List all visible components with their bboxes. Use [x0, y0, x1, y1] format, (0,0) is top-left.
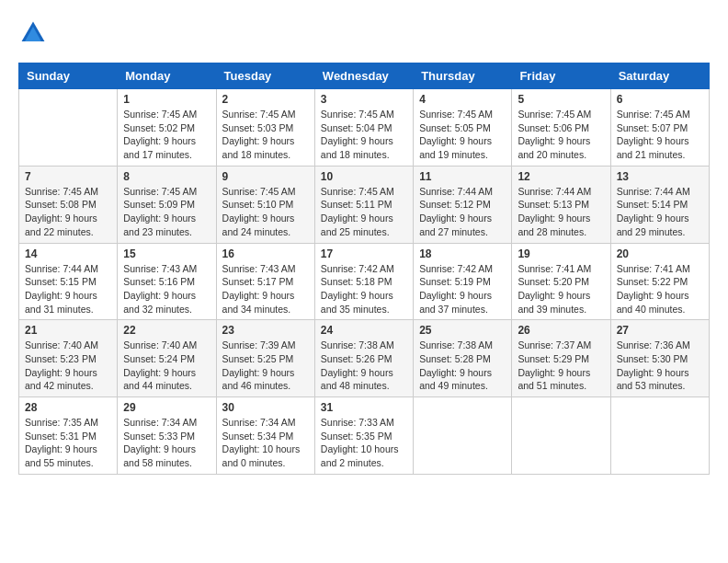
calendar-cell: 15 Sunrise: 7:43 AMSunset: 5:16 PMDaylig… [118, 243, 216, 320]
day-number: 22 [123, 324, 210, 337]
day-info: Sunrise: 7:42 AMSunset: 5:18 PMDaylight:… [321, 262, 407, 316]
day-number: 3 [321, 93, 407, 106]
calendar-cell: 4 Sunrise: 7:45 AMSunset: 5:05 PMDayligh… [414, 89, 512, 167]
day-info: Sunrise: 7:38 AMSunset: 5:28 PMDaylight:… [419, 339, 506, 393]
calendar-cell: 5 Sunrise: 7:45 AMSunset: 5:06 PMDayligh… [512, 89, 610, 167]
calendar-cell: 30 Sunrise: 7:34 AMSunset: 5:34 PMDaylig… [216, 397, 314, 475]
day-info: Sunrise: 7:45 AMSunset: 5:05 PMDaylight:… [419, 108, 506, 162]
day-number: 26 [518, 324, 604, 337]
calendar-cell: 13 Sunrise: 7:44 AMSunset: 5:14 PMDaylig… [610, 166, 709, 243]
weekday-header: Saturday [610, 63, 709, 89]
day-info: Sunrise: 7:41 AMSunset: 5:20 PMDaylight:… [518, 262, 604, 316]
day-number: 30 [222, 401, 309, 414]
calendar-cell: 1 Sunrise: 7:45 AMSunset: 5:02 PMDayligh… [118, 89, 216, 167]
calendar-cell: 25 Sunrise: 7:38 AMSunset: 5:28 PMDaylig… [414, 320, 512, 397]
calendar-cell: 18 Sunrise: 7:42 AMSunset: 5:19 PMDaylig… [414, 243, 512, 320]
day-number: 28 [25, 401, 111, 414]
day-info: Sunrise: 7:41 AMSunset: 5:22 PMDaylight:… [617, 262, 703, 316]
day-info: Sunrise: 7:38 AMSunset: 5:26 PMDaylight:… [321, 339, 407, 393]
day-info: Sunrise: 7:45 AMSunset: 5:09 PMDaylight:… [123, 185, 210, 239]
calendar-cell [19, 89, 118, 167]
day-info: Sunrise: 7:37 AMSunset: 5:29 PMDaylight:… [518, 339, 604, 393]
day-info: Sunrise: 7:45 AMSunset: 5:03 PMDaylight:… [222, 108, 309, 162]
weekday-header: Friday [512, 63, 610, 89]
day-info: Sunrise: 7:45 AMSunset: 5:11 PMDaylight:… [321, 185, 407, 239]
day-info: Sunrise: 7:45 AMSunset: 5:08 PMDaylight:… [25, 185, 111, 239]
calendar-cell: 24 Sunrise: 7:38 AMSunset: 5:26 PMDaylig… [314, 320, 413, 397]
weekday-header: Tuesday [216, 63, 314, 89]
calendar-cell: 22 Sunrise: 7:40 AMSunset: 5:24 PMDaylig… [118, 320, 216, 397]
day-number: 17 [321, 247, 407, 260]
day-number: 14 [25, 247, 111, 260]
day-info: Sunrise: 7:34 AMSunset: 5:34 PMDaylight:… [222, 416, 309, 470]
logo-icon [18, 18, 48, 48]
calendar-cell [512, 397, 610, 475]
day-info: Sunrise: 7:44 AMSunset: 5:14 PMDaylight:… [617, 185, 703, 239]
day-number: 18 [419, 247, 506, 260]
calendar-cell: 14 Sunrise: 7:44 AMSunset: 5:15 PMDaylig… [19, 243, 118, 320]
calendar-week-row: 14 Sunrise: 7:44 AMSunset: 5:15 PMDaylig… [19, 243, 710, 320]
day-number: 24 [321, 324, 407, 337]
calendar-week-row: 28 Sunrise: 7:35 AMSunset: 5:31 PMDaylig… [19, 397, 710, 475]
day-info: Sunrise: 7:45 AMSunset: 5:06 PMDaylight:… [518, 108, 604, 162]
day-info: Sunrise: 7:43 AMSunset: 5:17 PMDaylight:… [222, 262, 309, 316]
weekday-header: Wednesday [314, 63, 413, 89]
day-info: Sunrise: 7:39 AMSunset: 5:25 PMDaylight:… [222, 339, 309, 393]
day-number: 12 [518, 170, 604, 183]
calendar-cell: 12 Sunrise: 7:44 AMSunset: 5:13 PMDaylig… [512, 166, 610, 243]
day-number: 25 [419, 324, 506, 337]
day-info: Sunrise: 7:45 AMSunset: 5:07 PMDaylight:… [617, 108, 703, 162]
day-number: 20 [617, 247, 703, 260]
calendar-cell: 21 Sunrise: 7:40 AMSunset: 5:23 PMDaylig… [19, 320, 118, 397]
weekday-header-row: SundayMondayTuesdayWednesdayThursdayFrid… [19, 63, 710, 89]
day-info: Sunrise: 7:34 AMSunset: 5:33 PMDaylight:… [123, 416, 210, 470]
day-number: 7 [25, 170, 111, 183]
day-info: Sunrise: 7:45 AMSunset: 5:04 PMDaylight:… [321, 108, 407, 162]
calendar-cell: 17 Sunrise: 7:42 AMSunset: 5:18 PMDaylig… [314, 243, 413, 320]
day-number: 15 [123, 247, 210, 260]
calendar-cell: 3 Sunrise: 7:45 AMSunset: 5:04 PMDayligh… [314, 89, 413, 167]
day-number: 31 [321, 401, 407, 414]
day-number: 23 [222, 324, 309, 337]
day-number: 27 [617, 324, 703, 337]
day-info: Sunrise: 7:45 AMSunset: 5:02 PMDaylight:… [123, 108, 210, 162]
calendar-week-row: 21 Sunrise: 7:40 AMSunset: 5:23 PMDaylig… [19, 320, 710, 397]
day-number: 16 [222, 247, 309, 260]
logo [18, 18, 51, 48]
calendar-cell: 2 Sunrise: 7:45 AMSunset: 5:03 PMDayligh… [216, 89, 314, 167]
day-number: 1 [123, 93, 210, 106]
day-info: Sunrise: 7:33 AMSunset: 5:35 PMDaylight:… [321, 416, 407, 470]
calendar-cell: 11 Sunrise: 7:44 AMSunset: 5:12 PMDaylig… [414, 166, 512, 243]
day-number: 5 [518, 93, 604, 106]
day-info: Sunrise: 7:45 AMSunset: 5:10 PMDaylight:… [222, 185, 309, 239]
calendar-week-row: 7 Sunrise: 7:45 AMSunset: 5:08 PMDayligh… [19, 166, 710, 243]
weekday-header: Thursday [414, 63, 512, 89]
calendar-cell: 19 Sunrise: 7:41 AMSunset: 5:20 PMDaylig… [512, 243, 610, 320]
day-number: 2 [222, 93, 309, 106]
calendar-cell: 31 Sunrise: 7:33 AMSunset: 5:35 PMDaylig… [314, 397, 413, 475]
weekday-header: Sunday [19, 63, 118, 89]
calendar-table: SundayMondayTuesdayWednesdayThursdayFrid… [18, 63, 710, 475]
calendar-cell: 27 Sunrise: 7:36 AMSunset: 5:30 PMDaylig… [610, 320, 709, 397]
calendar-week-row: 1 Sunrise: 7:45 AMSunset: 5:02 PMDayligh… [19, 89, 710, 167]
calendar-cell: 28 Sunrise: 7:35 AMSunset: 5:31 PMDaylig… [19, 397, 118, 475]
day-info: Sunrise: 7:36 AMSunset: 5:30 PMDaylight:… [617, 339, 703, 393]
calendar-cell: 16 Sunrise: 7:43 AMSunset: 5:17 PMDaylig… [216, 243, 314, 320]
day-number: 9 [222, 170, 309, 183]
calendar-cell [414, 397, 512, 475]
calendar-cell [610, 397, 709, 475]
calendar-cell: 8 Sunrise: 7:45 AMSunset: 5:09 PMDayligh… [118, 166, 216, 243]
day-info: Sunrise: 7:44 AMSunset: 5:15 PMDaylight:… [25, 262, 111, 316]
weekday-header: Monday [118, 63, 216, 89]
calendar-cell: 7 Sunrise: 7:45 AMSunset: 5:08 PMDayligh… [19, 166, 118, 243]
day-number: 6 [617, 93, 703, 106]
day-number: 21 [25, 324, 111, 337]
day-info: Sunrise: 7:44 AMSunset: 5:13 PMDaylight:… [518, 185, 604, 239]
calendar-cell: 23 Sunrise: 7:39 AMSunset: 5:25 PMDaylig… [216, 320, 314, 397]
day-info: Sunrise: 7:40 AMSunset: 5:24 PMDaylight:… [123, 339, 210, 393]
day-info: Sunrise: 7:35 AMSunset: 5:31 PMDaylight:… [25, 416, 111, 470]
day-info: Sunrise: 7:44 AMSunset: 5:12 PMDaylight:… [419, 185, 506, 239]
day-number: 29 [123, 401, 210, 414]
page-header [18, 18, 710, 48]
calendar-cell: 20 Sunrise: 7:41 AMSunset: 5:22 PMDaylig… [610, 243, 709, 320]
